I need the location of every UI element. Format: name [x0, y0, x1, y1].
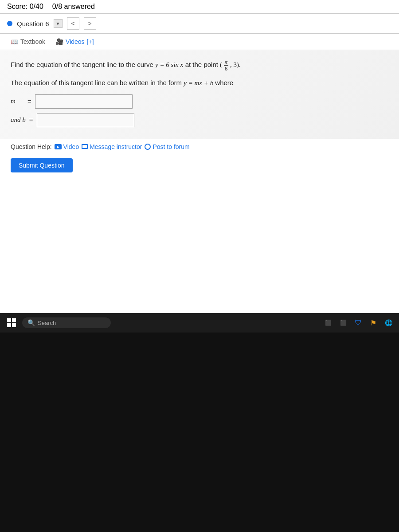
submit-question-button[interactable]: Submit Question: [11, 158, 73, 172]
help-label: Question Help:: [11, 143, 52, 150]
videos-icon: 🎥: [56, 38, 63, 45]
submit-section: Submit Question: [0, 155, 399, 181]
windows-start-button[interactable]: [4, 316, 19, 330]
dropdown-arrow-icon: ▼: [56, 21, 60, 26]
message-instructor-link[interactable]: Message instructor: [82, 143, 142, 150]
message-instructor-label: Message instructor: [90, 143, 142, 150]
search-placeholder-text: Search: [38, 320, 56, 326]
form-text-part1: The equation of this tangent line can be…: [11, 79, 184, 86]
b-eq-sign: =: [29, 116, 33, 124]
post-forum-label: Post to forum: [153, 143, 189, 150]
question-equation: y = 6 sin x: [155, 61, 183, 68]
plus-label: [+]: [87, 38, 94, 45]
b-input[interactable]: [37, 113, 134, 127]
globe-icon: 🌐: [385, 319, 392, 326]
m-eq-sign: =: [27, 98, 31, 105]
submit-button-label: Submit Question: [19, 162, 65, 169]
videos-link[interactable]: 🎥 Videos [+]: [56, 38, 94, 45]
resources-bar: 📖 Textbook 🎥 Videos [+]: [0, 34, 399, 50]
textbook-link[interactable]: 📖 Textbook: [11, 38, 45, 45]
textbook-icon: 📖: [11, 38, 18, 45]
question-dropdown[interactable]: ▼: [54, 19, 63, 28]
score-bar: Score: 0/40 0/8 answered: [0, 0, 399, 14]
m-input-row: m =: [11, 94, 388, 109]
question-content: Find the equation of the tangent line to…: [0, 50, 399, 139]
taskbar-icon-symbol: ⬛: [325, 320, 332, 326]
taskbar-right-icons: ⬛ ⬛ 🛡 ⚑ 🌐: [322, 317, 395, 329]
taskbar: 🔍 Search ⬛ ⬛ 🛡 ⚑ 🌐: [0, 313, 399, 332]
b-input-row: and b =: [11, 113, 388, 127]
shield-icon: 🛡: [355, 319, 362, 327]
videos-label: Videos: [66, 38, 85, 45]
tangent-form-text: The equation of this tangent line can be…: [11, 78, 388, 88]
form-text-part2: where: [215, 79, 233, 86]
taskbar-icon-3[interactable]: 🛡: [352, 317, 364, 329]
video-help-icon: ▶: [55, 144, 62, 149]
post-forum-link[interactable]: Post to forum: [145, 143, 189, 150]
flag-icon: ⚑: [370, 319, 376, 327]
prev-arrow-icon: <: [71, 20, 74, 27]
textbook-label: Textbook: [20, 38, 45, 45]
b-label: and b: [11, 116, 26, 124]
taskbar-flag-icon[interactable]: ⚑: [367, 317, 379, 329]
m-label: m: [11, 98, 24, 105]
math-point: ( π 6 , 3).: [220, 61, 241, 68]
video-help-label: Video: [63, 143, 79, 150]
question-help-bar: Question Help: ▶ Video Message instructo…: [0, 139, 399, 155]
taskbar-search[interactable]: 🔍 Search: [22, 317, 111, 328]
form-equation: y = mx + b: [184, 79, 213, 86]
post-icon: [145, 144, 151, 150]
score-text: Score: 0/40: [7, 3, 43, 11]
answered-text: 0/8 answered: [52, 3, 95, 11]
prev-question-button[interactable]: <: [67, 17, 79, 30]
windows-icon: [7, 318, 16, 327]
video-help-link[interactable]: ▶ Video: [55, 143, 79, 150]
taskbar-icon-5[interactable]: 🌐: [382, 317, 395, 329]
search-icon: 🔍: [27, 319, 35, 326]
question-nav-bar: Question 6 ▼ < >: [0, 14, 399, 34]
question-indicator: [7, 21, 12, 26]
next-question-button[interactable]: >: [84, 17, 96, 30]
question-label: Question 6: [17, 20, 49, 27]
question-text-part2: at the point: [185, 61, 220, 68]
taskbar-icon-2[interactable]: ⬛: [337, 317, 349, 329]
m-input[interactable]: [35, 94, 133, 109]
message-icon: [82, 144, 88, 149]
next-arrow-icon: >: [88, 20, 91, 27]
dark-desktop-area: [0, 332, 399, 532]
question-text-part1: Find the equation of the tangent line to…: [11, 61, 155, 68]
taskbar-icon-symbol-2: ⬛: [340, 320, 347, 326]
taskbar-icon-1[interactable]: ⬛: [322, 317, 334, 329]
question-text: Find the equation of the tangent line to…: [11, 59, 388, 72]
